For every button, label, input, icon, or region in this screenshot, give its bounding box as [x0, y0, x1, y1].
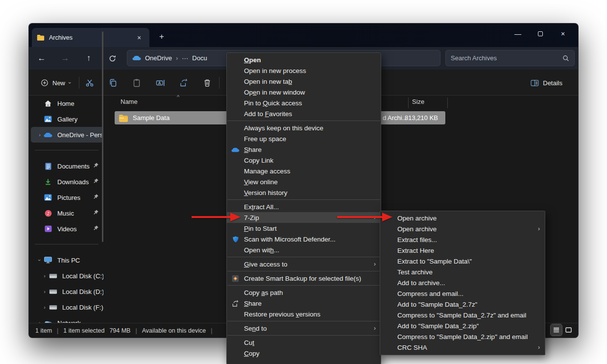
menu-item-crc-sha[interactable]: CRC SHA› [380, 342, 545, 353]
menu-item-label: CRC SHA [397, 344, 427, 351]
new-button[interactable]: New › [36, 75, 76, 91]
menu-item-add-to-sample-data-2-zip[interactable]: Add to "Sample Data_2.zip" [380, 320, 545, 331]
menu-item-label: Copy as path [244, 289, 283, 296]
menu-item-label: Extract files... [397, 236, 437, 243]
sidebar-scrollbar[interactable] [102, 31, 103, 242]
sidebar-item-documents[interactable]: Documents [31, 158, 103, 174]
maximize-icon [538, 31, 543, 36]
menu-item-version-history[interactable]: Version history [227, 187, 381, 198]
delete-button[interactable] [198, 75, 216, 91]
sidebar-item-label: Local Disk (C:) [62, 272, 103, 280]
menu-item-open-archive[interactable]: Open archive› [380, 223, 545, 234]
sidebar-item-label: OneDrive - Pers [57, 131, 103, 139]
chevron-right-icon[interactable]: › [41, 289, 49, 294]
menu-item-copy[interactable]: Copy [227, 348, 381, 359]
menu-item-open-archive[interactable]: Open archive [380, 213, 545, 223]
menu-item-extract-to-sample-data[interactable]: Extract to "Sample Data\" [380, 256, 545, 267]
navigation-pane: HomeGallery›OneDrive - PersDocumentsDown… [29, 96, 105, 323]
menu-item-view-online[interactable]: View online [227, 176, 381, 187]
sidebar-item-local-disk-c[interactable]: ›Local Disk (C:) [31, 268, 103, 284]
details-button[interactable]: Details [527, 75, 566, 91]
menu-item-label: Always keep on this device [244, 124, 323, 132]
menu-item-label: Cut [244, 339, 254, 346]
tab-archives[interactable]: Archives × [32, 28, 149, 47]
menu-item-give-access-to[interactable]: Give access to› [227, 259, 381, 269]
up-button[interactable]: ↑ [81, 51, 97, 66]
list-view-icon [553, 327, 559, 333]
sidebar-item-network[interactable]: ›Network [31, 315, 103, 323]
tab-close-icon[interactable]: × [134, 32, 145, 43]
back-button[interactable]: ← [34, 51, 49, 66]
column-divider[interactable] [408, 97, 409, 108]
sidebar-item-onedrive-pers[interactable]: ›OneDrive - Pers [31, 127, 103, 143]
menu-item-open[interactable]: Open [227, 54, 381, 65]
sidebar-item-downloads[interactable]: Downloads [31, 174, 103, 190]
menu-item-share[interactable]: Share [227, 144, 381, 155]
sidebar-item-pictures[interactable]: Pictures [31, 190, 103, 205]
rename-button[interactable]: A [151, 75, 169, 91]
window-caption-buttons: — × [507, 26, 574, 41]
menu-item-open-in-new-process[interactable]: Open in new process [227, 65, 381, 76]
search-box[interactable] [445, 50, 575, 66]
menu-item-restore-previous-versions[interactable]: Restore previous versions [227, 309, 381, 319]
thumbnail-view-toggle[interactable] [563, 324, 574, 336]
column-header-size[interactable]: Size [412, 98, 424, 105]
menu-item-compress-to-sample-data-2-zip-and-email[interactable]: Compress to "Sample Data_2.zip" and emai… [380, 331, 545, 342]
menu-item-create-smart-backup-for-selected-file-s[interactable]: Create Smart Backup for selected file(s) [227, 273, 381, 284]
menu-item-extract-here[interactable]: Extract Here [380, 245, 545, 256]
menu-item-open-in-new-window[interactable]: Open in new window [227, 87, 381, 97]
menu-item-send-to[interactable]: Send to› [227, 323, 381, 334]
copy-button[interactable] [104, 75, 122, 91]
chevron-right-icon[interactable]: › [36, 132, 44, 138]
refresh-button[interactable] [104, 51, 120, 66]
cut-button[interactable] [81, 75, 98, 91]
sidebar-item-videos[interactable]: Videos [31, 221, 103, 237]
menu-item-extract-all[interactable]: Extract All... [227, 201, 381, 212]
menu-item-extract-files[interactable]: Extract files... [380, 234, 545, 245]
menu-item-copy-link[interactable]: Copy Link [227, 155, 381, 166]
minimize-button[interactable]: — [507, 26, 529, 41]
breadcrumb-ellipsis-button[interactable]: ··· [182, 54, 188, 62]
pin-icon [93, 225, 100, 233]
menu-item-add-to-sample-data-2-7z[interactable]: Add to "Sample Data_2.7z" [380, 299, 545, 310]
menu-item-open-with[interactable]: Open with... [227, 244, 381, 255]
sidebar-item-this-pc[interactable]: ›This PC [31, 252, 103, 268]
details-view-toggle[interactable] [551, 324, 562, 336]
sidebar-item-home[interactable]: Home [31, 96, 103, 111]
menu-item-pin-to-quick-access[interactable]: Pin to Quick access [227, 97, 381, 108]
breadcrumb-root[interactable]: OneDrive [145, 54, 172, 62]
sidebar-item-label: Videos [57, 225, 93, 233]
menu-item-always-keep-on-this-device[interactable]: Always keep on this device [227, 122, 381, 133]
chevron-down-icon[interactable]: › [37, 256, 43, 264]
menu-item-manage-access[interactable]: Manage access [227, 166, 381, 176]
menu-item-free-up-space[interactable]: Free up space [227, 133, 381, 144]
share-button[interactable] [175, 75, 193, 91]
drive-icon [49, 272, 57, 280]
breadcrumb-current[interactable]: Docu [192, 54, 207, 62]
onedrive-breadcrumb-icon [132, 55, 141, 61]
menu-item-open-in-new-tab[interactable]: Open in new tab [227, 76, 381, 87]
new-tab-button[interactable]: + [155, 30, 168, 43]
chevron-right-icon[interactable]: › [41, 273, 49, 279]
menu-item-cut[interactable]: Cut [227, 337, 381, 348]
menu-item-copy-as-path[interactable]: Copy as path [227, 287, 381, 298]
column-header-name[interactable]: Name [121, 98, 138, 105]
chevron-right-icon[interactable]: › [41, 304, 49, 310]
sidebar-item-local-disk-f[interactable]: ›Local Disk (F:) [31, 299, 103, 315]
menu-item-label: Add to "Sample Data_2.zip" [397, 322, 479, 330]
search-input[interactable] [451, 54, 562, 62]
column-divider[interactable] [447, 97, 448, 108]
menu-item-test-archive[interactable]: Test archive [380, 267, 545, 277]
sidebar-item-music[interactable]: ♪Music [31, 205, 103, 221]
close-button[interactable]: × [552, 26, 574, 41]
menu-item-share[interactable]: Share [227, 298, 381, 309]
menu-item-scan-with-microsoft-defender[interactable]: Scan with Microsoft Defender... [227, 234, 381, 244]
menu-item-compress-to-sample-data-2-7z-and-email[interactable]: Compress to "Sample Data_2.7z" and email [380, 310, 545, 320]
menu-item-add-to-archive[interactable]: Add to archive... [380, 277, 545, 288]
menu-item-compress-and-email[interactable]: Compress and email... [380, 288, 545, 299]
menu-item-add-to-favorites[interactable]: Add to Favorites [227, 108, 381, 119]
maximize-button[interactable] [529, 26, 552, 41]
menu-item-pin-to-start[interactable]: Pin to Start [227, 223, 381, 234]
sidebar-item-gallery[interactable]: Gallery [31, 111, 103, 127]
sidebar-item-local-disk-d[interactable]: ›Local Disk (D:) [31, 284, 103, 299]
